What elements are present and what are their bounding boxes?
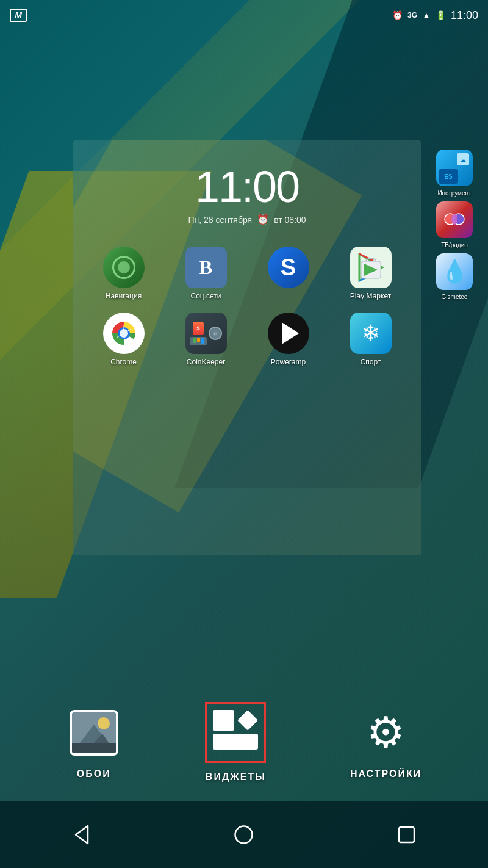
app-chrome[interactable]: Chrome bbox=[85, 313, 162, 366]
es-label: Инструмент bbox=[437, 190, 471, 197]
app-playmarket[interactable]: Play Маркет bbox=[332, 247, 409, 300]
tv-icon bbox=[436, 201, 473, 238]
alarm-icon: ⏰ bbox=[392, 10, 403, 20]
settings-action[interactable]: ⚙ НАСТРОЙКИ bbox=[350, 705, 422, 779]
poweramp-icon bbox=[268, 313, 309, 354]
poweramp-label: Poweramp bbox=[271, 358, 306, 366]
navigation-label: Навигация bbox=[106, 292, 142, 300]
vk-icon: В bbox=[185, 247, 227, 288]
settings-label: НАСТРОЙКИ bbox=[350, 769, 422, 779]
settings-icon: ⚙ bbox=[367, 711, 405, 754]
wallpaper-icon bbox=[70, 710, 118, 756]
app-coinkeeper[interactable]: $ ○ CoinKeeper bbox=[168, 313, 244, 366]
shazam-icon: S bbox=[268, 247, 309, 288]
gismeteo-icon: 💧 bbox=[436, 253, 473, 290]
widgets-icon bbox=[213, 710, 258, 756]
app-sport[interactable]: ❄ Спорт bbox=[332, 313, 409, 366]
home-preview: 11:00 Пн, 28 сентября ⏰ вт 08:00 Навигац… bbox=[73, 140, 421, 555]
app-grid-row2: Chrome $ bbox=[73, 303, 421, 375]
gismeteo-label: Gismeteo bbox=[442, 294, 468, 300]
playmarket-label: Play Маркет bbox=[350, 292, 391, 300]
battery-icon: 🔋 bbox=[436, 10, 446, 20]
wallpaper-action[interactable]: ОБОИ bbox=[66, 705, 121, 779]
side-app-es[interactable]: ES ☁ Инструмент bbox=[427, 150, 482, 197]
chrome-icon bbox=[103, 313, 145, 354]
back-icon bbox=[71, 824, 92, 845]
chrome-svg bbox=[107, 316, 141, 350]
side-app-gismeteo[interactable]: 💧 Gismeteo bbox=[427, 253, 482, 300]
widgets-icon-wrap bbox=[205, 702, 266, 763]
signal-bars: ▲ bbox=[422, 10, 431, 20]
svg-point-10 bbox=[98, 717, 110, 729]
sport-label: Спорт bbox=[361, 358, 381, 366]
signal-3g: 3G bbox=[407, 11, 417, 20]
vk-label: Соц.сети bbox=[190, 292, 221, 300]
es-icon: ES ☁ bbox=[436, 150, 473, 186]
playmarket-svg bbox=[358, 253, 384, 282]
coinkeeper-icon: $ ○ bbox=[185, 313, 227, 354]
nav-home-button[interactable] bbox=[226, 816, 262, 853]
side-app-tv[interactable]: ТВ/радио bbox=[427, 201, 482, 248]
svg-point-15 bbox=[235, 826, 253, 843]
widgets-action[interactable]: ВИДЖЕТЫ bbox=[205, 702, 266, 783]
preview-clock-time: 11:00 bbox=[73, 165, 421, 209]
tv-label: ТВ/радио bbox=[441, 242, 468, 248]
nav-recents-button[interactable] bbox=[389, 816, 425, 853]
app-grid-row1: Навигация В Соц.сети S bbox=[73, 237, 421, 309]
nav-bar bbox=[0, 801, 488, 868]
wallpaper-icon-wrap bbox=[66, 705, 121, 760]
app-navigation[interactable]: Навигация bbox=[85, 247, 162, 300]
navigation-icon bbox=[103, 247, 145, 288]
app-shazam[interactable]: S bbox=[250, 247, 326, 300]
home-icon bbox=[233, 824, 254, 845]
status-bar: ⏰ 3G ▲ 🔋 11:00 bbox=[0, 0, 488, 31]
playmarket-icon bbox=[350, 247, 392, 288]
app-poweramp[interactable]: Poweramp bbox=[250, 313, 326, 366]
nav-back-button[interactable] bbox=[63, 816, 99, 853]
app-vk[interactable]: В Соц.сети bbox=[168, 247, 244, 300]
wallpaper-label: ОБОИ bbox=[77, 769, 111, 779]
alarm-clock-icon: ⏰ bbox=[257, 214, 269, 225]
status-time: 11:00 bbox=[451, 9, 478, 22]
sport-icon: ❄ bbox=[350, 313, 392, 354]
side-apps: ES ☁ Инструмент ТВ/радио 💧 Gismeteo bbox=[421, 140, 488, 309]
svg-rect-16 bbox=[399, 827, 414, 842]
email-icon bbox=[10, 9, 27, 22]
recents-icon bbox=[396, 824, 417, 845]
bottom-actions: ОБОИ ВИДЖЕТЫ ⚙ НАСТРОЙКИ bbox=[0, 702, 488, 783]
status-left bbox=[10, 9, 27, 22]
widgets-label: ВИДЖЕТЫ bbox=[206, 772, 266, 783]
coinkeeper-label: CoinKeeper bbox=[187, 358, 225, 366]
svg-rect-13 bbox=[72, 743, 116, 753]
settings-icon-wrap: ⚙ bbox=[359, 705, 414, 760]
svg-marker-14 bbox=[76, 826, 88, 844]
preview-clock-date: Пн, 28 сентября ⏰ вт 08:00 bbox=[73, 214, 421, 225]
chrome-label: Chrome bbox=[110, 358, 137, 366]
status-right: ⏰ 3G ▲ 🔋 11:00 bbox=[392, 9, 478, 22]
svg-point-8 bbox=[451, 214, 458, 225]
clock-widget: 11:00 Пн, 28 сентября ⏰ вт 08:00 bbox=[73, 140, 421, 237]
